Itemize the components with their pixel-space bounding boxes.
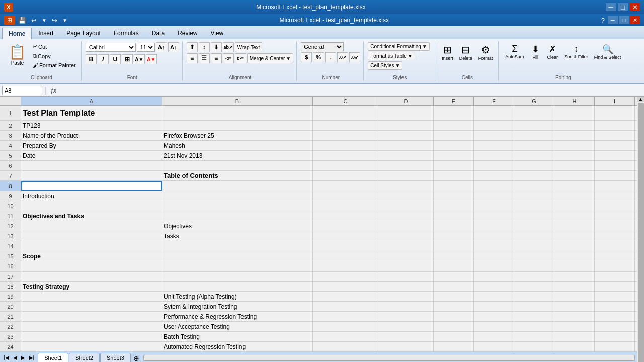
row-number[interactable]: 3 — [0, 131, 21, 140]
cell-col-g19[interactable] — [514, 292, 554, 301]
cell-col-d2[interactable] — [378, 121, 434, 130]
paste-button[interactable]: 📋 Paste — [5, 42, 30, 67]
cell-col-f5[interactable] — [474, 151, 514, 160]
cell-col-g15[interactable] — [514, 251, 554, 261]
cell-col-f12[interactable] — [474, 221, 514, 231]
cell-col-h1[interactable] — [554, 106, 595, 120]
cell-col-i9[interactable] — [595, 191, 635, 201]
excel-close-button[interactable]: ✕ — [630, 16, 640, 24]
cell-col-d15[interactable] — [378, 251, 434, 261]
cell-col-d20[interactable] — [378, 302, 434, 311]
copy-button[interactable]: ⧉ Copy — [31, 52, 78, 60]
cell-col-g22[interactable] — [514, 322, 554, 331]
merge-center-button[interactable]: Merge & Center▼ — [247, 53, 294, 63]
cell-col-d8[interactable] — [378, 181, 434, 191]
row-number[interactable]: 6 — [0, 161, 21, 170]
cell-col-g6[interactable] — [514, 161, 554, 170]
cell-col-d16[interactable] — [378, 261, 434, 271]
minimize-button[interactable]: ─ — [606, 3, 616, 11]
cell-col-d6[interactable] — [378, 161, 434, 170]
cell-col-h14[interactable] — [554, 241, 595, 251]
cell-col-f24[interactable] — [474, 342, 514, 351]
cell-col-a24[interactable] — [21, 342, 162, 351]
cell-col-e4[interactable] — [434, 141, 474, 150]
cell-col-f16[interactable] — [474, 261, 514, 271]
cell-col-c16[interactable] — [313, 261, 378, 271]
sheet-nav-prev[interactable]: ◀ — [12, 354, 19, 361]
cell-col-c23[interactable] — [313, 332, 378, 341]
row-number[interactable]: 7 — [0, 171, 21, 180]
cell-col-c8[interactable] — [313, 181, 378, 191]
align-center-button[interactable]: ☰ — [199, 53, 210, 63]
cell-col-f11[interactable] — [474, 211, 514, 221]
row-number[interactable]: 21 — [0, 312, 21, 321]
cell-col-i16[interactable] — [595, 261, 635, 271]
cell-col-b22[interactable]: User Acceptance Testing — [162, 322, 313, 331]
autosum-button[interactable]: Σ AutoSum — [503, 42, 526, 61]
align-top-button[interactable]: ⬆ — [187, 42, 198, 52]
cell-col-b10[interactable] — [162, 201, 313, 211]
format-as-table-button[interactable]: Format as Table▼ — [368, 52, 415, 60]
comma-button[interactable]: , — [325, 52, 336, 62]
increase-decimal-button[interactable]: .0↗ — [337, 52, 348, 62]
office-button[interactable]: ⊞ — [4, 16, 15, 25]
col-header-h[interactable]: H — [554, 97, 595, 105]
cell-col-b13[interactable]: Tasks — [162, 231, 313, 241]
cell-col-b21[interactable]: Performance & Regression Testing — [162, 312, 313, 321]
col-header-e[interactable]: E — [434, 97, 474, 105]
cell-col-b12[interactable]: Objectives — [162, 221, 313, 231]
cell-col-b2[interactable] — [162, 121, 313, 130]
cell-col-e12[interactable] — [434, 221, 474, 231]
cell-col-g24[interactable] — [514, 342, 554, 351]
cell-col-h23[interactable] — [554, 332, 595, 341]
cell-col-e17[interactable] — [434, 272, 474, 281]
cell-col-i20[interactable] — [595, 302, 635, 311]
tab-home[interactable]: Home — [2, 28, 32, 39]
cell-col-h8[interactable] — [554, 181, 595, 191]
cell-col-i5[interactable] — [595, 151, 635, 160]
sheet-tab-1[interactable]: Sheet1 — [38, 353, 68, 362]
cell-col-c18[interactable] — [313, 282, 378, 291]
cell-col-c24[interactable] — [313, 342, 378, 351]
cell-col-h22[interactable] — [554, 322, 595, 331]
maximize-button[interactable]: □ — [618, 3, 628, 11]
col-header-b[interactable]: B — [162, 97, 313, 105]
conditional-formatting-button[interactable]: Conditional Formatting▼ — [368, 42, 430, 51]
qat-dropdown[interactable]: ▼ — [60, 17, 69, 24]
cell-col-i21[interactable] — [595, 312, 635, 321]
cell-col-d13[interactable] — [378, 231, 434, 241]
cell-col-f15[interactable] — [474, 251, 514, 261]
row-number[interactable]: 9 — [0, 191, 21, 201]
cell-col-e6[interactable] — [434, 161, 474, 170]
cell-col-a23[interactable] — [21, 332, 162, 341]
cell-col-h24[interactable] — [554, 342, 595, 351]
cell-col-e14[interactable] — [434, 241, 474, 251]
percent-button[interactable]: % — [313, 52, 324, 62]
cell-col-c1[interactable] — [313, 106, 378, 120]
cell-col-f1[interactable] — [474, 106, 514, 120]
cell-col-h7[interactable] — [554, 171, 595, 180]
cell-col-b3[interactable]: Firefox Browser 25 — [162, 131, 313, 140]
cell-col-g20[interactable] — [514, 302, 554, 311]
save-qat-button[interactable]: 💾 — [16, 16, 28, 25]
cell-col-b17[interactable] — [162, 272, 313, 281]
row-number[interactable]: 10 — [0, 201, 21, 211]
cell-col-a19[interactable] — [21, 292, 162, 301]
cell-col-c21[interactable] — [313, 312, 378, 321]
decrease-indent-button[interactable]: ◁≡ — [223, 53, 234, 63]
cell-col-c3[interactable] — [313, 131, 378, 140]
cell-col-i3[interactable] — [595, 131, 635, 140]
cell-col-e7[interactable] — [434, 171, 474, 180]
cell-col-c4[interactable] — [313, 141, 378, 150]
cell-col-g23[interactable] — [514, 332, 554, 341]
row-number[interactable]: 1 — [0, 106, 21, 120]
cell-col-a12[interactable] — [21, 221, 162, 231]
tab-insert[interactable]: Insert — [32, 27, 60, 39]
cell-col-d10[interactable] — [378, 201, 434, 211]
sort-filter-button[interactable]: ↕ Sort & Filter — [561, 42, 591, 61]
increase-font-button[interactable]: A↑ — [156, 42, 167, 52]
cell-col-c15[interactable] — [313, 251, 378, 261]
close-button[interactable]: ✕ — [630, 3, 640, 11]
currency-button[interactable]: $ — [301, 52, 312, 62]
align-bottom-button[interactable]: ⬇ — [211, 42, 222, 52]
